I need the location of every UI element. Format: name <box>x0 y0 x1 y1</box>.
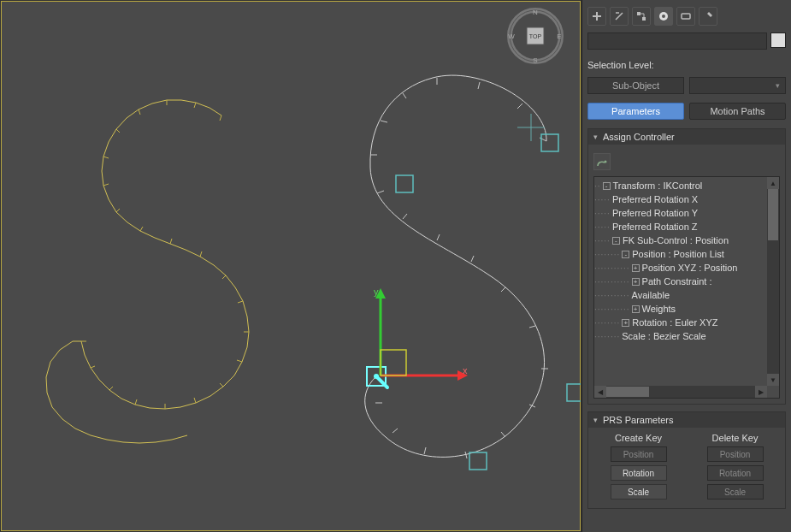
svg-rect-17 <box>642 17 646 21</box>
controller-tree[interactable]: ··-Transform : IKControl·····Preferred R… <box>593 176 780 399</box>
viewcube[interactable]: TOP N S E W <box>507 8 564 64</box>
expand-icon[interactable]: + <box>632 278 640 286</box>
tree-row[interactable]: ·····Preferred Rotation X <box>594 192 767 206</box>
svg-rect-12 <box>381 350 406 375</box>
collapse-icon[interactable]: - <box>622 251 629 258</box>
expand-icon[interactable]: + <box>622 319 629 327</box>
selection-level-dropdown[interactable]: ▾ <box>689 77 786 94</box>
scroll-down-arrow[interactable]: ▼ <box>767 374 779 386</box>
collapse-icon[interactable]: - <box>603 182 611 190</box>
tree-row-label: Rotation : Euler XYZ <box>632 317 717 328</box>
utilities-tab-icon[interactable] <box>699 7 717 26</box>
svg-rect-1 <box>541 134 558 151</box>
tree-vscrollbar[interactable]: ▲ ▼ <box>767 177 779 386</box>
svg-rect-2 <box>567 384 581 401</box>
create-position-button[interactable]: Position <box>611 446 667 462</box>
hierarchy-tab-icon[interactable] <box>632 7 651 26</box>
axis-y-label: y <box>374 287 379 297</box>
compass-s: S <box>533 56 537 64</box>
tree-row-label: Path Constraint : <box>642 276 712 287</box>
tree-row-label: Weights <box>642 304 676 314</box>
tree-row[interactable]: ·····-FK Sub-Control : Position <box>594 233 767 247</box>
hscroll-thumb[interactable] <box>606 387 649 397</box>
tab-parameters[interactable]: Parameters <box>587 103 684 120</box>
create-scale-button[interactable]: Scale <box>611 484 667 499</box>
scroll-up-arrow[interactable]: ▲ <box>767 177 779 189</box>
chevron-down-icon: ▾ <box>776 81 780 90</box>
tree-row[interactable]: ··-Transform : IKControl <box>594 179 767 192</box>
tree-row[interactable]: ·····Preferred Rotation Z <box>594 220 767 233</box>
tab-motion-paths[interactable]: Motion Paths <box>689 103 786 120</box>
tree-row-label: Position XYZ : Position <box>642 263 738 273</box>
delete-scale-button[interactable]: Scale <box>707 484 764 499</box>
svg-point-19 <box>662 15 665 18</box>
scroll-left-arrow[interactable]: ◀ <box>594 386 606 398</box>
sub-object-dropdown-label: Sub-Object <box>612 80 659 91</box>
motion-panel: Selection Level: Sub-Object ▾ Parameters… <box>581 0 791 532</box>
tree-row[interactable]: ········+Rotation : Euler XYZ <box>594 316 767 329</box>
collapse-icon[interactable]: - <box>612 237 620 245</box>
tree-row-label: Position : Position List <box>632 249 724 259</box>
tree-row[interactable]: ········-Position : Position List <box>594 247 767 261</box>
svg-rect-16 <box>637 12 640 15</box>
create-key-label: Create Key <box>593 433 683 443</box>
tree-row-label: Scale : Bezier Scale <box>622 331 705 341</box>
motion-tab-icon[interactable] <box>654 7 673 26</box>
modify-tab-icon[interactable] <box>610 7 629 26</box>
viewport[interactable]: x y TOP N S E W <box>0 0 581 532</box>
delete-key-label: Delete Key <box>690 433 780 443</box>
axis-x-label: x <box>463 365 468 375</box>
tree-row[interactable]: ········Scale : Bezier Scale <box>594 329 767 343</box>
tree-row[interactable]: ···········+Weights <box>594 302 767 316</box>
viewport-canvas: x y <box>1 1 581 532</box>
svg-point-21 <box>605 161 607 163</box>
rollout-toggle-icon: ▾ <box>593 133 598 141</box>
tree-row-label: Preferred Rotation Y <box>612 208 698 218</box>
tree-row-label: Preferred Rotation X <box>612 194 698 204</box>
vscroll-thumb[interactable] <box>768 189 778 240</box>
command-panel-tabs <box>587 3 786 29</box>
prs-parameters-rollout: ▾ PRS Parameters Create Key Position Rot… <box>587 411 786 509</box>
viewcube-face-label: TOP <box>529 33 542 39</box>
tree-row[interactable]: ·····Preferred Rotation Y <box>594 206 767 220</box>
prs-parameters-title: PRS Parameters <box>603 415 674 425</box>
compass-e: E <box>557 33 561 40</box>
assign-controller-title: Assign Controller <box>603 132 675 142</box>
create-tab-icon[interactable] <box>587 7 606 26</box>
create-rotation-button[interactable]: Rotation <box>611 465 667 481</box>
svg-rect-20 <box>682 14 690 19</box>
svg-point-5 <box>374 374 379 379</box>
assign-controller-rollout: ▾ Assign Controller ··-Transform : IKCon… <box>587 128 786 405</box>
object-name-field[interactable] <box>587 33 767 50</box>
tree-row-label: Transform : IKControl <box>613 180 703 191</box>
tree-row-label: FK Sub-Control : Position <box>623 235 729 245</box>
svg-rect-3 <box>469 452 487 470</box>
delete-rotation-button[interactable]: Rotation <box>707 465 764 481</box>
tree-row-label: Preferred Rotation Z <box>612 222 698 232</box>
sub-object-dropdown[interactable]: Sub-Object <box>587 77 684 94</box>
scroll-right-arrow[interactable]: ▶ <box>755 386 767 398</box>
tree-hscrollbar[interactable]: ◀ ▶ <box>594 386 767 398</box>
display-tab-icon[interactable] <box>676 7 695 26</box>
prs-parameters-header[interactable]: ▾ PRS Parameters <box>588 412 785 428</box>
compass-w: W <box>508 33 515 40</box>
compass-n: N <box>533 9 538 16</box>
object-color-swatch[interactable] <box>770 33 786 48</box>
expand-icon[interactable]: + <box>632 264 640 272</box>
expand-icon[interactable]: + <box>632 305 640 313</box>
tree-row[interactable]: ···········+Position XYZ : Position <box>594 261 767 275</box>
assign-controller-button[interactable] <box>593 153 611 170</box>
rollout-toggle-icon: ▾ <box>593 416 598 424</box>
tree-row-label: Available <box>632 290 670 300</box>
svg-rect-0 <box>396 175 413 192</box>
selection-level-label: Selection Level: <box>587 60 786 70</box>
assign-controller-header[interactable]: ▾ Assign Controller <box>588 129 785 145</box>
delete-position-button[interactable]: Position <box>707 446 764 462</box>
tree-row[interactable]: ···········+Path Constraint : <box>594 275 767 288</box>
tree-row[interactable]: ···········Available <box>594 288 767 302</box>
